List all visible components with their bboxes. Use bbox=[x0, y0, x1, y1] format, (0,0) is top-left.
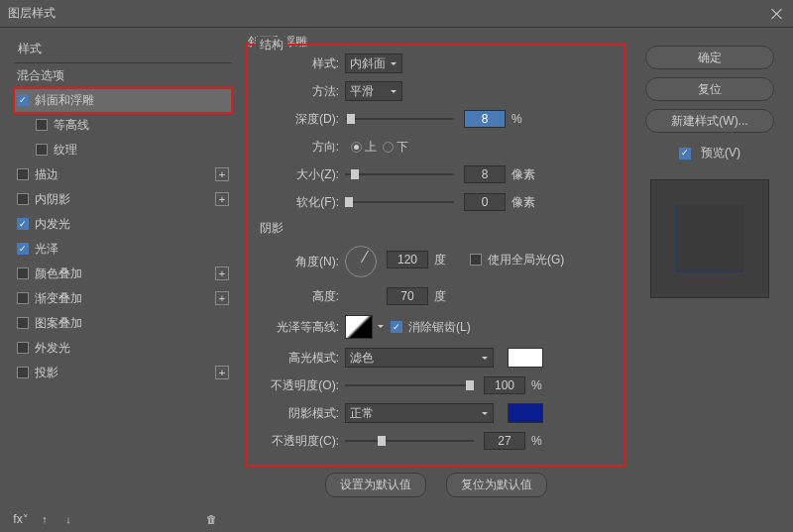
preview-checkbox[interactable] bbox=[679, 148, 691, 160]
style-item-bevel[interactable]: 斜面和浮雕 bbox=[14, 88, 232, 113]
checkbox-icon[interactable] bbox=[17, 267, 29, 279]
checkbox-icon[interactable] bbox=[17, 243, 29, 255]
angle-wheel[interactable] bbox=[345, 246, 377, 277]
reset-default-button[interactable]: 复位为默认值 bbox=[446, 473, 547, 497]
checkbox-icon[interactable] bbox=[17, 342, 29, 354]
global-light-checkbox[interactable] bbox=[470, 254, 482, 266]
direction-down-radio[interactable] bbox=[383, 142, 394, 153]
plus-icon[interactable]: + bbox=[215, 366, 229, 379]
plus-icon[interactable]: + bbox=[215, 266, 229, 280]
altitude-input[interactable]: 70 bbox=[387, 287, 428, 305]
highlight-mode-label: 高光模式: bbox=[258, 350, 339, 367]
shading-legend: 阴影 bbox=[260, 220, 615, 237]
style-label: 样式: bbox=[258, 55, 339, 72]
direction-label: 方向: bbox=[258, 139, 339, 156]
style-item-texture[interactable]: 纹理 bbox=[14, 138, 232, 162]
style-item-innerglow[interactable]: 内发光 bbox=[14, 212, 232, 237]
arrow-down-icon[interactable]: ↓ bbox=[61, 512, 75, 526]
trash-icon[interactable]: 🗑 bbox=[204, 512, 218, 526]
size-label: 大小(Z): bbox=[258, 166, 339, 183]
soften-label: 软化(F): bbox=[258, 194, 339, 211]
method-label: 方法: bbox=[258, 83, 339, 100]
style-item-outerglow[interactable]: 外发光 bbox=[14, 336, 232, 361]
direction-up-radio[interactable] bbox=[351, 142, 362, 153]
gloss-contour[interactable] bbox=[345, 315, 373, 339]
highlight-color-swatch[interactable] bbox=[508, 348, 543, 368]
shadow-opacity-label: 不透明度(C): bbox=[258, 433, 339, 450]
depth-slider[interactable] bbox=[345, 112, 454, 126]
checkbox-icon[interactable] bbox=[17, 168, 29, 180]
style-item-satin[interactable]: 光泽 bbox=[14, 237, 232, 262]
soften-unit: 像素 bbox=[511, 194, 539, 211]
size-slider[interactable] bbox=[345, 167, 454, 181]
size-unit: 像素 bbox=[511, 166, 539, 183]
angle-label: 角度(N): bbox=[258, 254, 339, 270]
plus-icon[interactable]: + bbox=[215, 291, 229, 305]
structure-legend: 结构 bbox=[256, 37, 287, 53]
shadow-mode-dropdown[interactable]: 正常 bbox=[345, 403, 494, 423]
size-input[interactable]: 8 bbox=[464, 165, 506, 183]
altitude-label: 高度: bbox=[258, 288, 339, 305]
antialiased-checkbox[interactable] bbox=[391, 321, 402, 333]
shadow-color-swatch[interactable] bbox=[508, 403, 543, 423]
style-item-stroke[interactable]: 描边+ bbox=[14, 162, 232, 187]
bevel-settings: 结构 样式:内斜面 方法:平滑 深度(D):8% 方向:上下 大小(Z):8像素… bbox=[246, 44, 626, 467]
arrow-up-icon[interactable]: ↑ bbox=[38, 512, 52, 526]
style-item-patternoverlay[interactable]: 图案叠加 bbox=[14, 311, 232, 336]
checkbox-icon[interactable] bbox=[17, 317, 29, 329]
style-item-innershadow[interactable]: 内阴影+ bbox=[14, 187, 232, 212]
method-dropdown[interactable]: 平滑 bbox=[345, 81, 402, 101]
angle-input[interactable]: 120 bbox=[387, 251, 428, 268]
gloss-label: 光泽等高线: bbox=[258, 319, 339, 336]
style-list: 混合选项 斜面和浮雕 等高线 纹理 描边+ 内阴影+ 内发光 光泽 颜色叠加+ … bbox=[14, 62, 232, 385]
new-style-button[interactable]: 新建样式(W)... bbox=[645, 109, 774, 133]
highlight-opacity-input[interactable]: 100 bbox=[484, 376, 525, 394]
plus-icon[interactable]: + bbox=[215, 192, 229, 206]
depth-label: 深度(D): bbox=[258, 111, 339, 128]
highlight-opacity-unit: % bbox=[531, 378, 559, 392]
cancel-button[interactable]: 复位 bbox=[645, 77, 774, 101]
checkbox-icon[interactable] bbox=[36, 144, 48, 156]
checkbox-icon[interactable] bbox=[17, 193, 29, 205]
angle-unit: 度 bbox=[434, 252, 462, 268]
depth-unit: % bbox=[511, 112, 539, 126]
highlight-opacity-slider[interactable] bbox=[345, 378, 474, 392]
ok-button[interactable]: 确定 bbox=[645, 46, 774, 69]
soften-input[interactable]: 0 bbox=[464, 193, 506, 211]
style-item-dropshadow[interactable]: 投影+ bbox=[14, 361, 232, 385]
style-item-contour[interactable]: 等高线 bbox=[14, 113, 232, 138]
preview-thumbnail bbox=[650, 179, 769, 298]
close-icon[interactable] bbox=[769, 6, 785, 22]
shadow-opacity-slider[interactable] bbox=[345, 434, 474, 448]
checkbox-icon[interactable] bbox=[17, 218, 29, 230]
altitude-unit: 度 bbox=[434, 288, 462, 305]
style-dropdown[interactable]: 内斜面 bbox=[345, 53, 402, 73]
soften-slider[interactable] bbox=[345, 195, 454, 209]
blending-options[interactable]: 混合选项 bbox=[14, 63, 232, 88]
depth-input[interactable]: 8 bbox=[464, 110, 506, 128]
shadow-mode-label: 阴影模式: bbox=[258, 405, 339, 422]
checkbox-icon[interactable] bbox=[17, 94, 29, 106]
highlight-mode-dropdown[interactable]: 滤色 bbox=[345, 348, 494, 368]
style-list-footer: fx˅ ↑ ↓ 🗑 bbox=[14, 512, 218, 526]
checkbox-icon[interactable] bbox=[17, 292, 29, 304]
style-item-gradientoverlay[interactable]: 渐变叠加+ bbox=[14, 286, 232, 311]
preview-label: 预览(V) bbox=[701, 145, 740, 161]
styles-header: 样式 bbox=[14, 36, 232, 62]
fx-icon[interactable]: fx˅ bbox=[14, 512, 28, 526]
shadow-opacity-unit: % bbox=[531, 434, 559, 448]
highlight-opacity-label: 不透明度(O): bbox=[258, 377, 339, 394]
checkbox-icon[interactable] bbox=[17, 367, 29, 378]
plus-icon[interactable]: + bbox=[215, 167, 229, 181]
checkbox-icon[interactable] bbox=[36, 119, 48, 131]
shadow-opacity-input[interactable]: 27 bbox=[484, 432, 525, 450]
make-default-button[interactable]: 设置为默认值 bbox=[325, 473, 426, 497]
window-title: 图层样式 bbox=[8, 5, 56, 22]
style-item-coloroverlay[interactable]: 颜色叠加+ bbox=[14, 262, 232, 286]
